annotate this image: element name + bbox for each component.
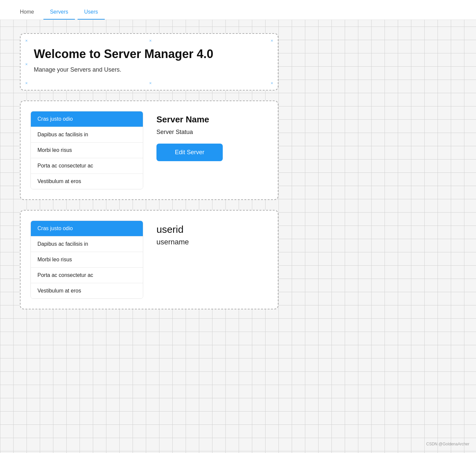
server-list-item-2[interactable]: Morbi leo risus [31,143,143,158]
user-list-item-0[interactable]: Cras justo odio [31,221,143,236]
servers-list: Cras justo odio Dapibus ac facilisis in … [30,111,143,189]
corner-marker-tm: × [149,38,152,43]
corner-marker-tr: × [270,38,273,43]
edit-server-button[interactable]: Edit Server [156,144,223,161]
user-id: userid [156,224,268,235]
user-list-item-3[interactable]: Porta ac consectetur ac [31,268,143,283]
corner-marker-br: × [270,81,273,85]
corner-marker-tl: × [25,38,28,43]
corner-marker-ml: × [25,62,28,66]
servers-panel: Cras justo odio Dapibus ac facilisis in … [20,100,278,200]
server-detail: Server Name Server Statua Edit Server [156,111,268,161]
server-list-item-4[interactable]: Vestibulum at eros [31,174,143,189]
user-list-item-4[interactable]: Vestibulum at eros [31,283,143,298]
welcome-title: Welcome to Server Manager 4.0 [34,47,265,61]
main-content: × × × × × × × Welcome to Server Manager … [0,20,476,323]
user-detail: userid username [156,221,268,246]
user-list-item-2[interactable]: Morbi leo risus [31,252,143,268]
welcome-subtitle: Manage your Servers and Users. [34,66,265,73]
user-list-item-1[interactable]: Dapibus ac facilisis in [31,236,143,252]
username: username [156,238,268,246]
users-list: Cras justo odio Dapibus ac facilisis in … [30,221,143,299]
tab-servers[interactable]: Servers [43,5,75,20]
server-status: Server Statua [156,129,268,136]
corner-marker-bm: × [149,81,152,85]
tab-home[interactable]: Home [13,5,41,20]
server-list-item-1[interactable]: Dapibus ac facilisis in [31,127,143,143]
server-name: Server Name [156,114,268,125]
top-navigation: Home Servers Users [0,0,476,20]
server-list-item-0[interactable]: Cras justo odio [31,111,143,127]
tab-users[interactable]: Users [78,5,105,20]
welcome-card: × × × × × × × Welcome to Server Manager … [20,33,278,91]
watermark: CSDN @GoldenaArcher [426,442,469,446]
users-panel: Cras justo odio Dapibus ac facilisis in … [20,210,278,309]
corner-marker-bl: × [25,81,28,85]
server-list-item-3[interactable]: Porta ac consectetur ac [31,158,143,174]
